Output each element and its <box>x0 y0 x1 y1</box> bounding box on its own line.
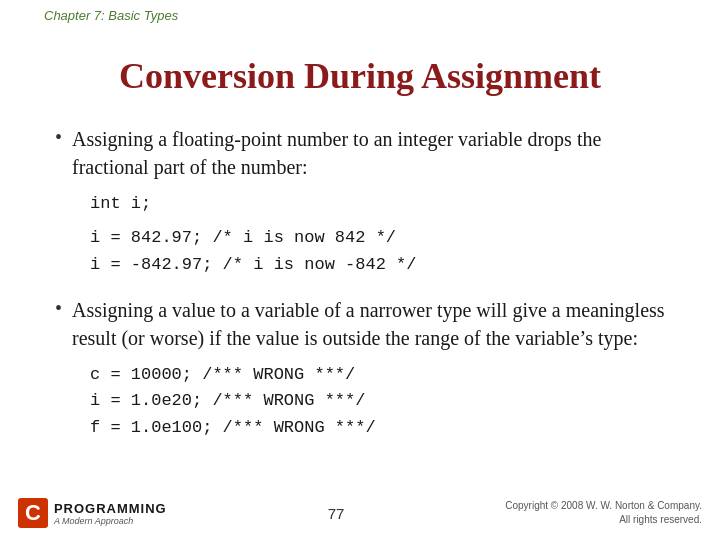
bullet-text-2: Assigning a value to a variable of a nar… <box>72 296 665 352</box>
bullet-item-1: • Assigning a floating-point number to a… <box>55 125 665 181</box>
chapter-label: Chapter 7: Basic Types <box>44 8 178 23</box>
logo-text-block: PROGRAMMING A Modern Approach <box>54 501 167 526</box>
code-line: int i; <box>90 191 665 217</box>
code-line <box>90 217 665 225</box>
code-line: c = 10000; /*** WRONG ***/ <box>90 362 665 388</box>
bullet-dot-1: • <box>55 126 62 149</box>
logo-programming-label: PROGRAMMING <box>54 501 167 516</box>
code-block-2: c = 10000; /*** WRONG ***/ i = 1.0e20; /… <box>90 362 665 441</box>
footer-copyright: Copyright © 2008 W. W. Norton & Company.… <box>505 499 702 527</box>
footer-logo: C PROGRAMMING A Modern Approach <box>18 498 167 528</box>
code-line: i = 1.0e20; /*** WRONG ***/ <box>90 388 665 414</box>
copyright-line2: All rights reserved. <box>619 514 702 525</box>
code-line: i = -842.97; /* i is now -842 */ <box>90 252 665 278</box>
copyright-line1: Copyright © 2008 W. W. Norton & Company. <box>505 500 702 511</box>
main-content: Conversion During Assignment • Assigning… <box>0 0 720 479</box>
bullet-text-1: Assigning a floating-point number to an … <box>72 125 665 181</box>
bullet-section-2: • Assigning a value to a variable of a n… <box>55 296 665 441</box>
logo-subtitle-label: A Modern Approach <box>54 516 167 526</box>
bullet-section-1: • Assigning a floating-point number to a… <box>55 125 665 278</box>
code-line: f = 1.0e100; /*** WRONG ***/ <box>90 415 665 441</box>
page-number: 77 <box>328 505 345 522</box>
footer: C PROGRAMMING A Modern Approach 77 Copyr… <box>0 498 720 528</box>
code-block-1: int i; i = 842.97; /* i is now 842 */ i … <box>90 191 665 278</box>
slide-title: Conversion During Assignment <box>55 55 665 97</box>
logo-c-letter: C <box>18 498 48 528</box>
bullet-dot-2: • <box>55 297 62 320</box>
code-line: i = 842.97; /* i is now 842 */ <box>90 225 665 251</box>
bullet-item-2: • Assigning a value to a variable of a n… <box>55 296 665 352</box>
